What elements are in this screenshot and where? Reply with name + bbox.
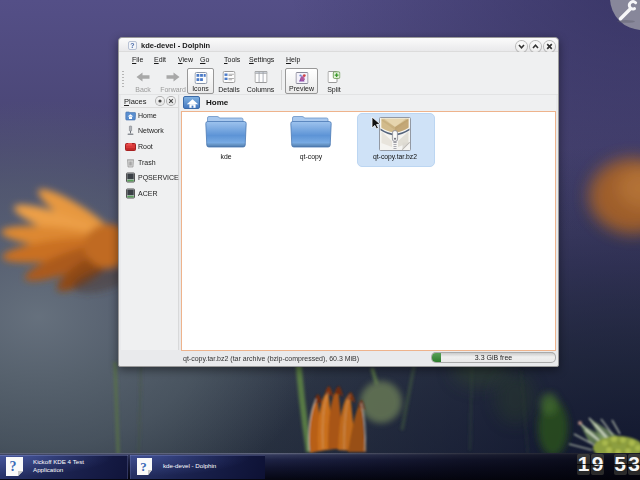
- svg-text:?: ?: [140, 459, 147, 474]
- svg-text:?: ?: [10, 459, 17, 474]
